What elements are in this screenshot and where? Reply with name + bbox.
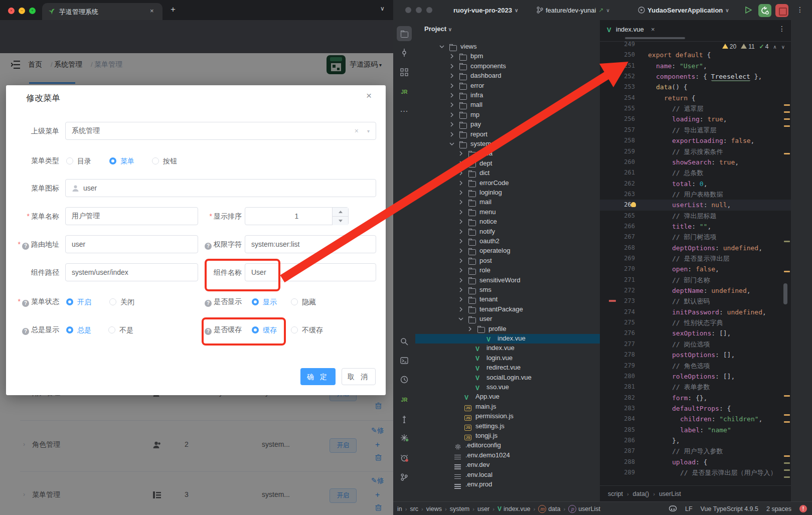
tree-item-dashboard[interactable]: dashboard [415,71,600,81]
code-line-252[interactable]: 252components: { Treeselect }, [600,71,791,82]
tree-item--env-local[interactable]: .env.local [415,470,600,480]
project-tool-icon[interactable] [397,26,412,41]
menu-icon-input[interactable]: user [65,179,376,197]
radio-type-menu[interactable]: 菜单 [109,156,134,166]
tree-chevron-icon[interactable] [458,278,463,283]
help-icon[interactable]: ? [205,243,212,250]
tree-item-sso-vue[interactable]: Vsso.vue [415,383,600,392]
code-line-260[interactable]: 260showSearch: true, [600,157,791,167]
indent-setting[interactable]: 2 spaces [766,505,791,512]
tree-chevron-icon[interactable] [458,287,463,292]
tree-item-bpm[interactable]: bpm [415,52,600,61]
crumb-data[interactable]: data() [633,490,649,497]
code-line-251[interactable]: 251name: "User", [600,61,791,71]
tools-tool-icon[interactable] [397,412,412,427]
tree-item-role[interactable]: role [415,266,600,275]
run-config-widget[interactable]: YudaoServerApplication∨ [638,0,729,20]
tree-item-sensitiveWord[interactable]: sensitiveWord [415,276,600,285]
code-line-270[interactable]: 270open: false, [600,264,791,274]
ide-close-button[interactable] [405,7,411,13]
tree-item-socialLogin-vue[interactable]: VsocialLogin.vue [415,373,600,383]
tree-item-index-vue[interactable]: Vindex.vue [415,334,600,344]
tree-chevron-icon[interactable] [458,239,463,244]
tree-item-menu[interactable]: menu [415,208,600,217]
tree-chevron-icon[interactable] [449,64,454,69]
code-line-250[interactable]: 250export default { [600,50,791,60]
window-zoom-button[interactable]: + [29,8,36,14]
tree-item--env-prod[interactable]: .env.prod [415,480,600,489]
tree-chevron-icon[interactable] [458,161,463,166]
radio-visible-hide[interactable]: 隐藏 [291,297,316,307]
help-icon[interactable]: ? [22,328,29,335]
code-line-282[interactable]: 282form: {}, [600,393,791,403]
tree-chevron-icon[interactable] [449,54,454,59]
code-line-258[interactable]: 258exportLoading: false, [600,135,791,146]
status-crumb-data[interactable]: mdata [538,505,560,513]
next-problem-icon[interactable]: ∨ [781,44,785,50]
ide-menu-kebab-icon[interactable]: ⋮ [796,6,803,14]
menu-name-input[interactable]: 用户管理 [65,207,198,225]
tree-chevron-icon[interactable] [458,307,463,312]
radio-type-button[interactable]: 按钮 [152,156,177,166]
new-tab-button[interactable]: + [171,5,176,15]
jrebel-tool-icon[interactable]: JR [397,392,412,407]
crumb-userlist[interactable]: userList [659,490,681,497]
editor-tab-label[interactable]: index.vue [616,26,644,33]
code-view[interactable]: 249250export default {251name: "User",25… [600,39,791,485]
radio-type-dir[interactable]: 目录 [66,156,91,166]
tree-chevron-icon[interactable] [458,248,463,253]
prev-problem-icon[interactable]: ∧ [773,44,776,50]
jrebel-tool-icon[interactable]: JR [397,84,412,99]
comp-path-input[interactable]: system/user/index [65,263,198,281]
tree-chevron-icon[interactable] [449,73,454,78]
ide-zoom-button[interactable] [426,7,432,13]
help-icon[interactable]: ? [22,243,29,250]
tree-chevron-icon[interactable] [458,297,463,302]
tree-chevron-icon[interactable] [458,229,463,234]
editor-scrollbar-thumb[interactable] [783,283,787,304]
help-icon[interactable]: ? [205,300,212,307]
code-line-280[interactable]: 280roleOptions: [], [600,371,791,382]
tree-item--env-demo1024[interactable]: .env.demo1024 [415,451,600,460]
problems-indicator[interactable]: ! [799,505,807,512]
status-crumb-system[interactable]: system [450,505,470,512]
tree-item-index-vue[interactable]: Vindex.vue [415,344,600,353]
status-crumb-in[interactable]: in [397,505,402,512]
tree-item-operatelog[interactable]: operatelog [415,246,600,256]
project-widget[interactable]: ruoyi-vue-pro-2023∨ [453,0,518,20]
tree-item-sms[interactable]: sms [415,285,600,295]
radio-status-on[interactable]: 开启 [66,297,91,307]
services-tool-icon[interactable] [397,430,412,445]
number-stepper[interactable] [332,208,348,225]
tree-item-mail[interactable]: mail [415,198,600,207]
line-ending[interactable]: LF [685,505,693,512]
commit-tool-icon[interactable] [397,45,412,60]
code-line-276[interactable]: 276sexOptions: [], [600,328,791,338]
tree-chevron-icon[interactable] [458,170,463,176]
code-line-259[interactable]: 259// 显示搜索条件 [600,146,791,157]
tree-chevron-icon[interactable] [458,151,463,156]
tree-item--editorconfig[interactable]: .editorconfig [415,441,600,450]
parent-menu-select[interactable]: 系统管理 × ▾ [65,122,376,140]
code-line-257[interactable]: 257// 导出遮罩层 [600,125,791,135]
code-line-255[interactable]: 255// 遮罩层 [600,103,791,114]
tree-chevron-icon[interactable] [458,316,463,321]
help-icon[interactable]: ? [22,300,29,307]
tree-item-notify[interactable]: notify [415,227,600,237]
tab-close-icon[interactable]: × [150,7,154,15]
code-line-284[interactable]: 284children: "children", [600,414,791,424]
tree-item-profile[interactable]: profile [415,324,600,334]
radio-cache-no[interactable]: 不缓存 [291,325,323,335]
code-line-263[interactable]: 263// 用户表格数据 [600,189,791,200]
tree-item-tenant[interactable]: tenant [415,295,600,304]
cancel-button[interactable]: 取 消 [342,368,376,385]
code-line-275[interactable]: 275// 性别状态字典 [600,317,791,328]
code-line-262[interactable]: 262total: 0, [600,179,791,189]
terminal-tool-icon[interactable] [397,353,412,368]
radio-always-yes[interactable]: 总是 [66,325,91,335]
code-line-289[interactable]: 289// 是否显示弹出层（用户导入） [600,467,791,478]
tree-item-redirect-vue[interactable]: Vredirect.vue [415,363,600,373]
editor-kebab-icon[interactable]: ⋮ [778,25,785,33]
tree-chevron-icon[interactable] [458,219,463,224]
tree-chevron-icon[interactable] [449,132,454,137]
